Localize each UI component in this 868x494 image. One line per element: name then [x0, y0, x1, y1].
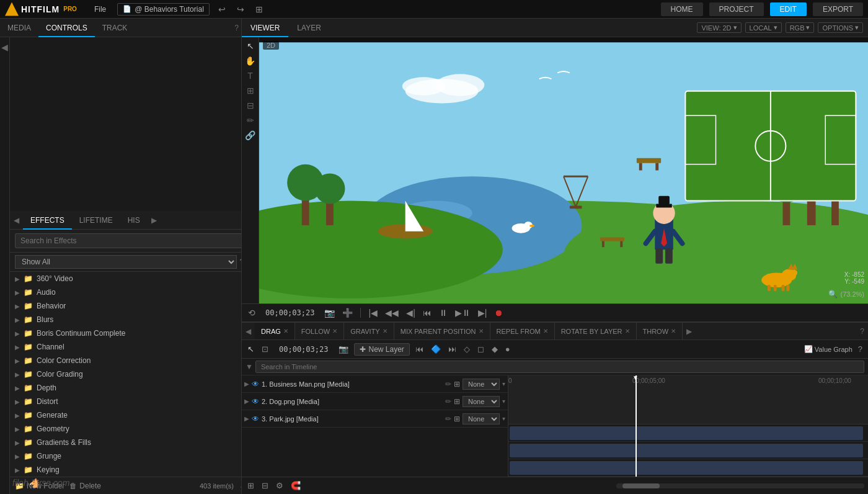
visibility-icon[interactable]: 👁	[252, 415, 259, 423]
local-selector[interactable]: LOCAL ▾	[745, 22, 782, 33]
timeline-scrollbar[interactable]	[616, 483, 864, 488]
kf-next-icon[interactable]: ⏭	[446, 344, 458, 354]
blend-arrow-icon[interactable]: ▾	[502, 380, 505, 387]
expand-icon[interactable]: ▶	[244, 415, 249, 422]
camera-icon[interactable]: 📷	[322, 308, 337, 318]
effects-search-input[interactable]	[15, 233, 241, 248]
grid-btn[interactable]: ⊞	[253, 4, 265, 14]
effect-item-depth[interactable]: ▶ 📁 Depth	[10, 381, 241, 395]
close-icon[interactable]: ✕	[671, 328, 676, 335]
timeline-search-input[interactable]	[255, 361, 864, 373]
close-icon[interactable]: ✕	[625, 328, 630, 335]
effects-prev-icon[interactable]: ◀	[10, 216, 23, 225]
expand-icon[interactable]: ▶	[244, 398, 249, 405]
kf-add-icon[interactable]: 🔷	[429, 344, 443, 354]
text-tool-icon[interactable]: T	[246, 70, 254, 82]
close-icon[interactable]: ✕	[479, 328, 484, 335]
go-to-start-btn[interactable]: |◀	[366, 308, 380, 318]
effects-filter-select[interactable]: Show All	[15, 255, 237, 269]
blend-select-2[interactable]: None	[463, 396, 500, 407]
effect-item-boris[interactable]: ▶ 📁 Boris Continuum Complete	[10, 326, 241, 340]
effects-sort-icon[interactable]: ⇅	[239, 257, 241, 267]
blend-arrow-icon[interactable]: ▾	[502, 398, 505, 405]
tab-media[interactable]: MEDIA	[0, 19, 38, 37]
options-selector[interactable]: OPTIONS ▾	[818, 22, 863, 33]
nav-home[interactable]: HOME	[661, 2, 703, 16]
tl-tab-drag[interactable]: DRAG ✕	[255, 323, 295, 340]
timeline-prev-btn[interactable]: ◀	[242, 327, 255, 336]
close-icon[interactable]: ✕	[332, 328, 337, 335]
blend-arrow-icon[interactable]: ▾	[502, 415, 505, 422]
effect-item-blurs[interactable]: ▶ 📁 Blurs	[10, 313, 241, 326]
redo-btn[interactable]: ↪	[234, 4, 247, 14]
effect-item-grunge[interactable]: ▶ 📁 Grunge	[10, 449, 241, 463]
blend-select-1[interactable]: None	[463, 379, 500, 390]
effects-scroll-down-icon[interactable]: ⬇	[239, 480, 241, 492]
tab-lifetime[interactable]: LIFETIME	[72, 211, 120, 230]
effect-item-keying[interactable]: ▶ 📁 Keying	[10, 463, 241, 477]
visibility-icon[interactable]: 👁	[252, 380, 259, 388]
tl-select-icon[interactable]: ↖	[246, 344, 256, 354]
effect-item-channel[interactable]: ▶ 📁 Channel	[10, 340, 241, 354]
play-btn[interactable]: ▶|	[476, 308, 490, 318]
track-row-2[interactable]: ▶ 👁 2. Dog.png [Media] ✏ ⊞ None ▾	[242, 393, 508, 410]
menu-file[interactable]: File	[89, 5, 111, 14]
go-to-start-btn2[interactable]: ⏮	[420, 308, 434, 318]
rgb-selector[interactable]: RGB ▾	[786, 22, 815, 33]
scrollbar-thumb[interactable]	[622, 483, 660, 488]
arrow-left-icon[interactable]: ◀	[0, 41, 9, 53]
nav-export[interactable]: EXPORT	[813, 2, 863, 16]
tl-tab-mix-parent[interactable]: MIX PARENT POSITION ✕	[394, 323, 490, 340]
tl-tab-rotate[interactable]: ROTATE BY LAYER ✕	[555, 323, 637, 340]
timeline-playhead[interactable]	[636, 375, 637, 477]
prev-frame-btn[interactable]: ◀◀	[383, 308, 401, 318]
effect-item-color-grading[interactable]: ▶ 📁 Color Grading	[10, 367, 241, 381]
help-icon[interactable]: ?	[234, 24, 239, 32]
nav-project[interactable]: PROJECT	[709, 2, 764, 16]
close-icon[interactable]: ✕	[283, 328, 288, 335]
delete-btn[interactable]: 🗑 Delete	[69, 482, 101, 490]
tl-magnet-icon[interactable]: 🧲	[289, 481, 303, 490]
project-tab[interactable]: 📄 @ Behaviors Tutorial	[117, 3, 210, 16]
view-2d-selector[interactable]: VIEW: 2D ▾	[697, 22, 741, 33]
track-row-1[interactable]: ▶ 👁 1. Business Man.png [Media] ✏ ⊞ None…	[242, 375, 508, 393]
nav-edit[interactable]: EDIT	[770, 2, 807, 16]
effect-item-behavior[interactable]: ▶ 📁 Behavior	[10, 299, 241, 313]
effect-item-gradients[interactable]: ▶ 📁 Gradients & Fills	[10, 436, 241, 449]
kf-square-icon[interactable]: ◻	[476, 344, 486, 354]
tab-controls[interactable]: CONTROLS	[38, 19, 95, 37]
point-tool-icon[interactable]: ⊟	[246, 99, 255, 112]
kf-prev-icon[interactable]: ⏮	[414, 344, 425, 354]
select-tool-icon[interactable]: ↖	[246, 40, 255, 52]
add-to-render-btn[interactable]: ➕	[340, 308, 355, 318]
tl-tab-gravity[interactable]: GRAVITY ✕	[344, 323, 394, 340]
tl-grid2-icon[interactable]: ⊟	[260, 481, 270, 490]
record-btn[interactable]: ⏺	[492, 308, 505, 318]
effect-item-generate[interactable]: ▶ 📁 Generate	[10, 408, 241, 422]
tab-viewer[interactable]: VIEWER	[242, 19, 288, 37]
play-pause-btn[interactable]: ▶⏸	[453, 308, 473, 318]
link-icon[interactable]: 🔗	[244, 129, 257, 141]
tab-layer[interactable]: LAYER	[288, 19, 329, 37]
kf-diamond-icon[interactable]: ◇	[462, 344, 472, 354]
loop-btn[interactable]: ⟲	[246, 308, 258, 318]
prev-keyframe-btn[interactable]: ◀|	[404, 308, 418, 318]
pause-btn[interactable]: ⏸	[436, 308, 450, 318]
tl-tab-throw[interactable]: THROW ✕	[637, 323, 683, 340]
tab-effects[interactable]: EFFECTS	[23, 211, 72, 230]
tl-tab-follow[interactable]: FOLLOW ✕	[295, 323, 344, 340]
tl-filter-icon[interactable]: ⊡	[260, 344, 270, 354]
tl-tab-repel[interactable]: REPEL FROM ✕	[490, 323, 555, 340]
tab-history[interactable]: HIS	[120, 211, 148, 230]
close-icon[interactable]: ✕	[383, 328, 388, 335]
pencil-icon[interactable]: ✏	[445, 397, 451, 406]
tl-grid-icon[interactable]: ⊞	[246, 481, 256, 490]
effect-item-distort[interactable]: ▶ 📁 Distort	[10, 395, 241, 408]
new-layer-button[interactable]: ✚ New Layer	[354, 343, 409, 356]
hand-tool-icon[interactable]: ✋	[244, 55, 257, 67]
track-row-3[interactable]: ▶ 👁 3. Park.jpg [Media] ✏ ⊞ None ▾	[242, 410, 508, 428]
timeline-next-btn[interactable]: ▶	[683, 327, 696, 336]
pencil-icon[interactable]: ✏	[445, 380, 451, 388]
tl-settings2-icon[interactable]: ⚙	[274, 481, 285, 490]
tl-snap-icon[interactable]: 📷	[337, 344, 350, 354]
